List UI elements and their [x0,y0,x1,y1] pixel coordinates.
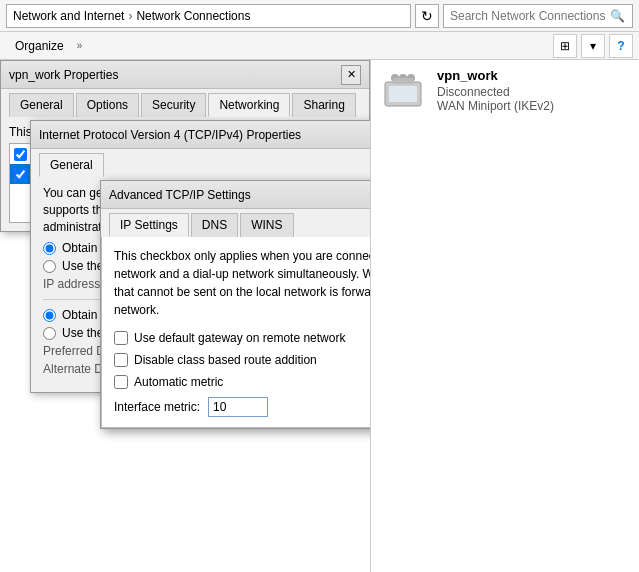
tab-networking[interactable]: Networking [208,93,290,117]
view-dropdown-button[interactable]: ▾ [581,34,605,58]
adapter-details: vpn_work Disconnected WAN Miniport (IKEv… [437,68,631,113]
manual-ip-radio[interactable] [43,260,56,273]
ipv6-checkbox[interactable] [14,148,27,161]
more-options-chevron[interactable]: » [77,40,83,51]
tab-options[interactable]: Options [76,93,139,117]
tab-sharing[interactable]: Sharing [292,93,355,117]
vpn-dialog-close-button[interactable]: ✕ [341,65,361,85]
tab-ip-settings[interactable]: IP Settings [109,213,189,237]
auto-metric-label: Automatic metric [134,375,223,389]
disable-class-label: Disable class based route addition [134,353,317,367]
adapter-status: Disconnected [437,85,631,99]
adapter-info: vpn_work Disconnected WAN Miniport (IKEv… [379,68,631,116]
disable-class-checkbox[interactable] [114,353,128,367]
refresh-button[interactable]: ↻ [415,4,439,28]
adapter-type: WAN Miniport (IKEv2) [437,99,631,113]
svg-rect-5 [393,78,413,84]
auto-dns-radio[interactable] [43,309,56,322]
advanced-tabs-row: IP Settings DNS WINS [101,209,370,237]
address-bar: Network and Internet › Network Connectio… [0,0,639,32]
tab-wins[interactable]: WINS [240,213,293,237]
help-button[interactable]: ? [609,34,633,58]
vpn-dialog-title: vpn_work Properties [9,68,341,82]
auto-ip-radio[interactable] [43,242,56,255]
breadcrumb-sep: › [128,9,132,23]
tab-dns[interactable]: DNS [191,213,238,237]
breadcrumb-part1: Network and Internet [13,9,124,23]
default-gateway-row: Use default gateway on remote network [114,331,370,345]
advanced-dialog-title: Advanced TCP/IP Settings [109,188,370,202]
vpn-dialog-titlebar: vpn_work Properties ✕ [1,61,369,89]
view-icon-button[interactable]: ⊞ [553,34,577,58]
ipv4-tabs-row: General [31,149,370,177]
adapter-name: vpn_work [437,68,631,83]
auto-metric-checkbox[interactable] [114,375,128,389]
advanced-dialog-body: This checkbox only applies when you are … [101,237,370,428]
interface-metric-label: Interface metric: [114,400,200,414]
main-content: vpn_work Properties ✕ General Options Se… [0,60,639,572]
advanced-dialog-titlebar: Advanced TCP/IP Settings ✕ [101,181,370,209]
advanced-tcpip-dialog: Advanced TCP/IP Settings ✕ IP Settings D… [100,180,370,429]
breadcrumb-part2: Network Connections [136,9,250,23]
interface-metric-input[interactable] [208,397,268,417]
disable-class-row: Disable class based route addition [114,353,370,367]
interface-metric-row: Interface metric: [114,397,370,417]
ipv4-checkbox[interactable] [14,168,27,181]
connections-panel: vpn_work Properties ✕ General Options Se… [0,60,370,572]
default-gateway-label: Use default gateway on remote network [134,331,345,345]
tab-security[interactable]: Security [141,93,206,117]
search-icon: 🔍 [610,9,625,23]
auto-metric-row: Automatic metric [114,375,370,389]
advanced-description: This checkbox only applies when you are … [114,247,370,319]
ipv4-dialog-titlebar: Internet Protocol Version 4 (TCP/IPv4) P… [31,121,370,149]
tab-ipv4-general[interactable]: General [39,153,104,177]
tab-general[interactable]: General [9,93,74,117]
toolbar-right: ⊞ ▾ ? [553,34,633,58]
ipv4-dialog-title: Internet Protocol Version 4 (TCP/IPv4) P… [39,128,370,142]
default-gateway-checkbox[interactable] [114,331,128,345]
organize-button[interactable]: Organize [6,36,73,56]
vpn-tabs-row: General Options Security Networking Shar… [1,89,369,117]
breadcrumb[interactable]: Network and Internet › Network Connectio… [6,4,411,28]
manual-dns-radio[interactable] [43,327,56,340]
search-input[interactable] [450,9,610,23]
svg-rect-1 [389,86,417,102]
search-box: 🔍 [443,4,633,28]
adapter-panel: vpn_work Disconnected WAN Miniport (IKEv… [370,60,639,572]
adapter-icon [379,68,427,116]
toolbar: Organize » ⊞ ▾ ? [0,32,639,60]
